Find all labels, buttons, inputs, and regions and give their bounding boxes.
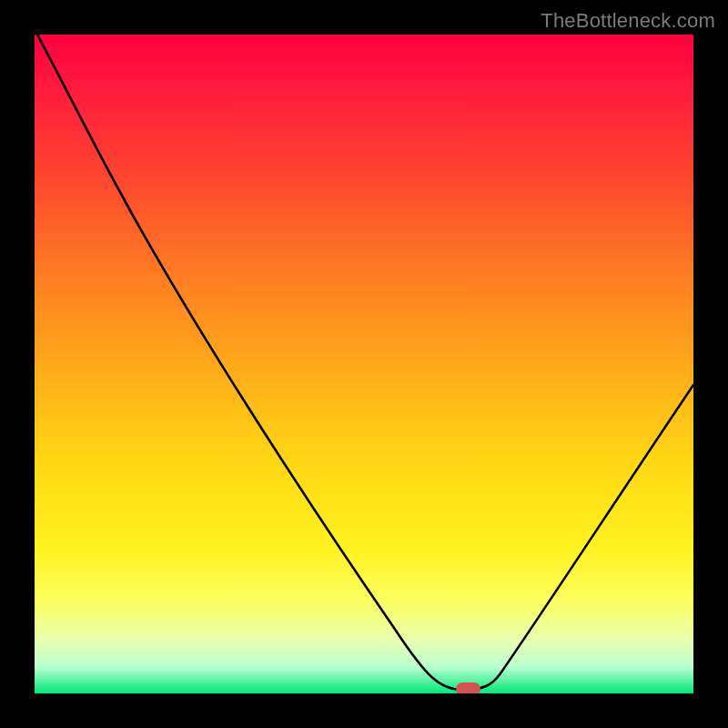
curve-layer	[35, 35, 693, 693]
bottleneck-curve	[35, 35, 693, 690]
chart-container: TheBottleneck.com	[0, 0, 728, 728]
plot-area	[35, 35, 693, 693]
trough-marker	[456, 682, 480, 693]
watermark-text: TheBottleneck.com	[541, 9, 715, 33]
